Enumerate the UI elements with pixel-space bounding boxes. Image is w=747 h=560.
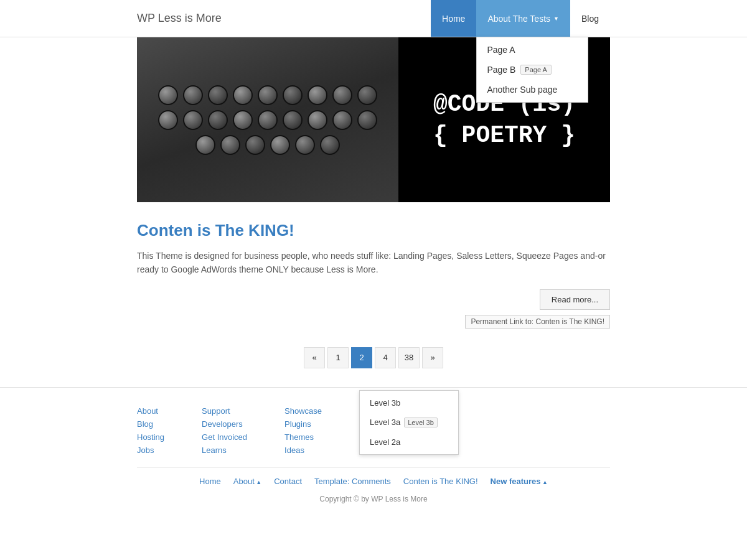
footer-link-about[interactable]: About (137, 406, 164, 416)
site-title: WP Less is More (137, 12, 222, 25)
copyright: Copyright © by WP Less is More (137, 490, 610, 516)
nav-home[interactable]: Home (431, 0, 476, 37)
permalink-label: Permanent Link to: Conten is The KING! (465, 315, 610, 329)
footer-link-get-invoiced[interactable]: Get Invoiced (202, 432, 247, 442)
pagination-prev[interactable]: « (304, 347, 325, 368)
post-title: Conten is The KING! (137, 221, 610, 240)
read-more-button[interactable]: Read more... (540, 289, 610, 310)
dropdown-item-another-sub[interactable]: Another Sub page (477, 80, 588, 100)
footer-links: About Blog Hosting Jobs Support Develope… (137, 406, 610, 455)
footer-dropdown-level3a[interactable]: Level 3a Level 3b (360, 413, 458, 432)
nav-blog[interactable]: Blog (570, 0, 610, 37)
footer-link-showcase[interactable]: Showcase (284, 406, 322, 416)
bottom-nav-new-features[interactable]: New features (491, 477, 548, 486)
footer-link-blog[interactable]: Blog (137, 419, 164, 429)
chevron-down-icon (553, 15, 559, 22)
pagination: « 1 2 4 38 » (0, 347, 747, 368)
bottom-nav-template-comments[interactable]: Template: Comments (314, 477, 391, 486)
pagination-page-38[interactable]: 38 (398, 347, 420, 368)
site-footer: About Blog Hosting Jobs Support Develope… (0, 387, 747, 534)
pagination-next[interactable]: » (422, 347, 443, 368)
bottom-nav-contact[interactable]: Contact (274, 477, 302, 486)
dropdown-item-page-a[interactable]: Page A (477, 40, 588, 60)
footer-link-hosting[interactable]: Hosting (137, 432, 164, 442)
bottom-nav-conten-king[interactable]: Conten is The KING! (403, 477, 478, 486)
pagination-page-1[interactable]: 1 (327, 347, 349, 368)
dropdown-item-page-b[interactable]: Page B Page A (477, 60, 588, 80)
footer-link-plugins[interactable]: Plugins (284, 419, 322, 429)
footer-col-1: About Blog Hosting Jobs (137, 406, 164, 455)
pagination-page-4[interactable]: 4 (375, 347, 396, 368)
footer-dropdown-level2a[interactable]: Level 2a (360, 432, 458, 452)
footer-col-3: Showcase Plugins Themes Ideas (284, 406, 322, 455)
footer-col-2: Support Developers Get Invoiced Learns (202, 406, 247, 455)
footer-col-4: WordCamp WordPress.TV Level 3b Level 3a … (359, 406, 411, 455)
footer-levels-dropdown: Level 3b Level 3a Level 3b Level 2a (359, 390, 459, 455)
main-nav: Home About The Tests Page A Page B Page … (431, 0, 610, 37)
footer-dropdown-level3b[interactable]: Level 3b (360, 393, 458, 413)
post-excerpt: This Theme is designed for business peop… (137, 249, 610, 277)
page-b-badge: Page A (520, 65, 551, 75)
site-header: WP Less is More Home About The Tests Pag… (0, 0, 747, 37)
level3a-badge: Level 3b (404, 418, 438, 427)
footer-link-learns[interactable]: Learns (202, 446, 247, 455)
bottom-nav-about[interactable]: About (233, 477, 261, 486)
nav-about-tests[interactable]: About The Tests Page A Page B Page A Ano… (476, 0, 570, 37)
footer-link-jobs[interactable]: Jobs (137, 446, 164, 455)
about-tests-dropdown: Page A Page B Page A Another Sub page (476, 37, 588, 103)
main-content: Conten is The KING! This Theme is design… (137, 221, 610, 329)
footer-link-support[interactable]: Support (202, 406, 247, 416)
bottom-nav-home[interactable]: Home (199, 477, 221, 486)
footer-link-developers[interactable]: Developers (202, 419, 247, 429)
pagination-page-2[interactable]: 2 (351, 347, 372, 368)
hero-image (137, 37, 398, 202)
footer-link-themes[interactable]: Themes (284, 432, 322, 442)
footer-link-ideas[interactable]: Ideas (284, 446, 322, 455)
bottom-nav: Home About Contact Template: Comments Co… (137, 467, 610, 490)
